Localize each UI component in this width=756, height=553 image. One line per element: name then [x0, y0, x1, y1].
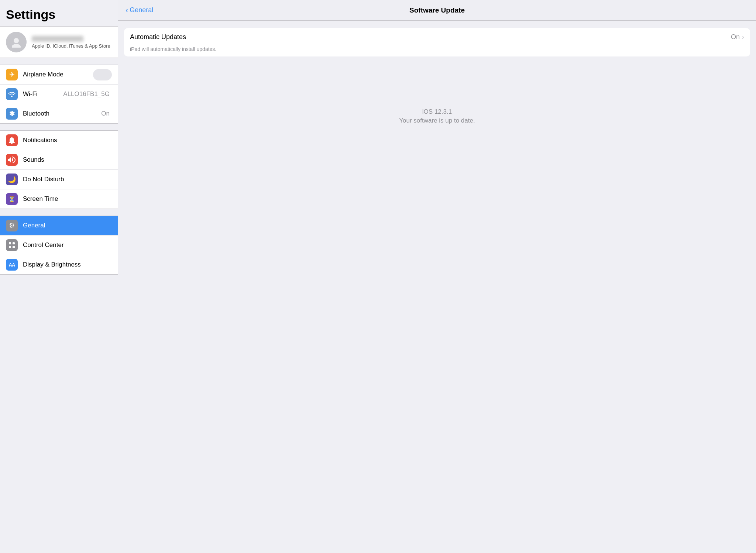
content-area: Automatic Updates On › iPad will automat…: [118, 21, 756, 553]
svg-point-1: [12, 44, 21, 48]
sidebar-item-general[interactable]: ⚙ General: [0, 216, 118, 236]
svg-rect-5: [13, 246, 15, 248]
sidebar-item-screen-time[interactable]: ⏳ Screen Time: [0, 189, 118, 209]
general-label: General: [23, 222, 112, 229]
sidebar-item-control-center[interactable]: Control Center: [0, 236, 118, 255]
airplane-mode-label: Airplane Mode: [23, 71, 93, 78]
sidebar-group-device: ⚙ General Control Center AA Display & Br…: [0, 216, 118, 275]
svg-rect-4: [9, 246, 11, 248]
svg-rect-3: [13, 242, 15, 244]
profile-info: Apple ID, iCloud, iTunes & App Store: [32, 36, 110, 49]
sidebar-item-wifi[interactable]: Wi-Fi ALLO16FB1_5G: [0, 85, 118, 104]
notifications-label: Notifications: [23, 137, 112, 144]
bluetooth-icon: ✱: [6, 108, 18, 120]
sidebar-item-display-brightness[interactable]: AA Display & Brightness: [0, 255, 118, 274]
do-not-disturb-icon: 🌙: [6, 174, 18, 185]
wifi-icon: [6, 88, 18, 100]
automatic-updates-row[interactable]: Automatic Updates On ›: [124, 28, 750, 46]
airplane-mode-icon: ✈: [6, 69, 18, 80]
profile-row[interactable]: Apple ID, iCloud, iTunes & App Store: [0, 26, 118, 58]
profile-subtitle: Apple ID, iCloud, iTunes & App Store: [32, 43, 110, 49]
automatic-updates-label: Automatic Updates: [130, 33, 731, 41]
sidebar-item-sounds[interactable]: Sounds: [0, 150, 118, 170]
back-label: General: [130, 6, 153, 14]
airplane-mode-toggle[interactable]: [93, 69, 112, 80]
sidebar: Settings Apple ID, iCloud, iTunes & App …: [0, 0, 118, 553]
automatic-updates-value: On: [731, 33, 740, 41]
svg-rect-2: [9, 242, 11, 244]
main-panel: ‹ General Software Update Automatic Upda…: [118, 0, 756, 553]
control-center-label: Control Center: [23, 241, 112, 249]
sidebar-item-notifications[interactable]: Notifications: [0, 131, 118, 150]
sidebar-item-airplane-mode[interactable]: ✈ Airplane Mode: [0, 65, 118, 85]
ios-version: iOS 12.3.1: [422, 108, 452, 116]
automatic-updates-description: iPad will automatically install updates.: [124, 46, 750, 56]
ios-status-area: iOS 12.3.1 Your software is up to date.: [124, 101, 750, 132]
nav-bar: ‹ General Software Update: [118, 0, 756, 21]
general-icon: ⚙: [6, 220, 18, 231]
sidebar-item-bluetooth[interactable]: ✱ Bluetooth On: [0, 104, 118, 123]
sidebar-group-connectivity: ✈ Airplane Mode Wi-Fi ALLO16FB1_5G ✱ Blu…: [0, 65, 118, 124]
wifi-label: Wi-Fi: [23, 90, 63, 98]
automatic-updates-chevron-icon: ›: [742, 33, 744, 41]
screen-time-label: Screen Time: [23, 195, 112, 203]
page-title: Software Update: [409, 6, 465, 14]
sidebar-group-system: Notifications Sounds 🌙 Do Not Disturb ⏳ …: [0, 130, 118, 209]
do-not-disturb-label: Do Not Disturb: [23, 176, 112, 183]
control-center-icon: [6, 239, 18, 251]
notifications-icon: [6, 134, 18, 146]
sounds-icon: [6, 154, 18, 166]
bluetooth-value: On: [101, 110, 110, 117]
back-button[interactable]: ‹ General: [126, 6, 153, 15]
sidebar-title: Settings: [0, 0, 118, 26]
sounds-label: Sounds: [23, 156, 112, 164]
screen-time-icon: ⏳: [6, 193, 18, 205]
display-brightness-icon: AA: [6, 259, 18, 271]
bluetooth-label: Bluetooth: [23, 110, 101, 117]
svg-point-0: [14, 38, 19, 43]
sidebar-item-do-not-disturb[interactable]: 🌙 Do Not Disturb: [0, 170, 118, 189]
profile-name-blur: [32, 36, 83, 42]
ios-up-to-date-message: Your software is up to date.: [399, 117, 475, 124]
automatic-updates-card: Automatic Updates On › iPad will automat…: [124, 28, 750, 56]
back-chevron-icon: ‹: [126, 6, 128, 15]
wifi-value: ALLO16FB1_5G: [63, 90, 110, 98]
avatar: [6, 32, 27, 52]
display-brightness-label: Display & Brightness: [23, 261, 112, 268]
